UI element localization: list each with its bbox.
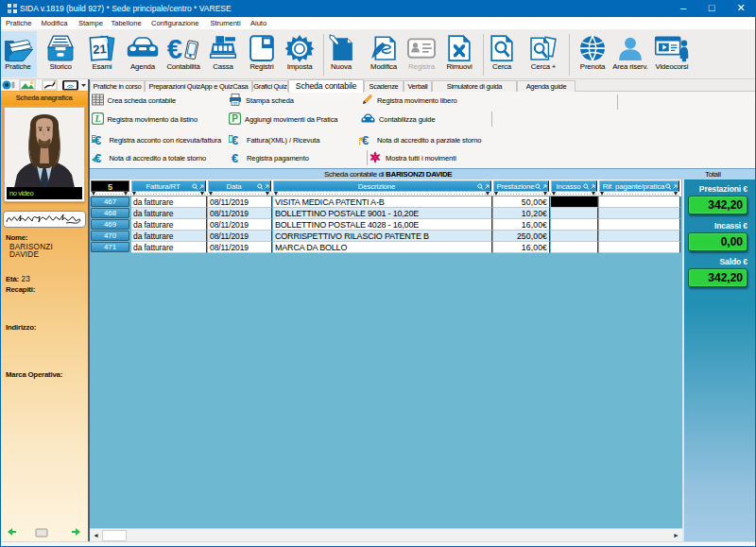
svg-text:€: € [167,34,182,62]
svg-text:€: € [362,133,369,145]
svg-text:€: € [232,151,238,163]
svg-text:21: 21 [93,42,107,57]
svg-text:€: € [94,151,101,163]
svg-text:P: P [232,113,238,124]
svg-text:L: L [94,113,100,124]
